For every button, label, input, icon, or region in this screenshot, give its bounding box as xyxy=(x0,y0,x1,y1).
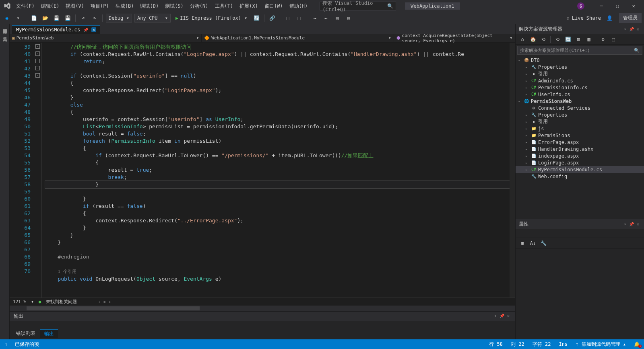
platform-combo[interactable]: Any CPU▾ xyxy=(134,14,171,23)
browser-link-button[interactable]: 🔗 xyxy=(268,14,277,23)
live-share-button[interactable]: ⇪Live Share 👤 xyxy=(567,15,613,21)
bottom-tab[interactable]: 输出 xyxy=(40,329,58,338)
bottom-tab[interactable]: 错误列表 xyxy=(12,329,39,338)
home2-icon[interactable]: 🏠 xyxy=(528,35,537,44)
tree-item[interactable]: ⚙Connected Services xyxy=(516,105,644,111)
comment-button[interactable]: ▤ xyxy=(333,14,342,23)
tree-item[interactable]: ▸🔧Properties xyxy=(516,64,644,70)
menu-帮助(H)[interactable]: 帮助(H) xyxy=(286,1,311,11)
show-all-icon[interactable]: ▦ xyxy=(584,35,593,44)
step-button[interactable]: ⬚ xyxy=(283,14,292,23)
tree-item[interactable]: ▾📦DTO xyxy=(516,57,644,64)
tree-item[interactable]: ▸📄HandlerDrawing.ashx xyxy=(516,146,644,152)
tree-item[interactable]: ▸📄ErrorPage.aspx xyxy=(516,139,644,146)
tree-item[interactable]: 🔧Web.config xyxy=(516,173,644,180)
forward-button[interactable]: ▾ xyxy=(14,14,23,23)
undo-button[interactable]: ↶ xyxy=(79,14,88,23)
pin-icon[interactable]: 📌 xyxy=(83,28,88,32)
open-button[interactable]: 📂 xyxy=(41,14,50,23)
refresh-icon[interactable]: 🔄 xyxy=(564,35,572,44)
tree-item[interactable]: ▸C#MyPermisSionsModule.cs xyxy=(516,166,644,173)
horizontal-scrollbar[interactable] xyxy=(10,306,515,311)
close-button[interactable]: ✕ xyxy=(625,0,642,12)
pin-icon[interactable]: 📌 xyxy=(629,222,634,227)
dropdown-icon[interactable]: ▾ xyxy=(493,313,498,318)
menu-编辑(E)[interactable]: 编辑(E) xyxy=(38,1,63,11)
sync-icon[interactable]: ⟲ xyxy=(539,35,548,44)
home-icon[interactable]: ⌂ xyxy=(518,35,527,44)
nav-class[interactable]: 🔶WebApplication1.MyPermisSionsModule▾ xyxy=(202,34,394,42)
redo-button[interactable]: ↷ xyxy=(90,14,99,23)
notification-badge[interactable]: 6 xyxy=(577,2,584,10)
menu-调试(D)[interactable]: 调试(D) xyxy=(137,1,162,11)
menu-视图(V)[interactable]: 视图(V) xyxy=(62,1,87,11)
source-control-button[interactable]: ↑ 添加到源代码管理 ▴ xyxy=(576,341,626,348)
back-button[interactable]: ◉ xyxy=(2,14,11,23)
collapse-icon[interactable]: ⊟ xyxy=(574,35,583,44)
tree-item[interactable]: ▸🔧Properties xyxy=(516,111,644,118)
categorize-icon[interactable]: ▦ xyxy=(518,239,527,248)
step2-button[interactable]: ⬚ xyxy=(295,14,303,23)
left-gutter: 服务器资源管理器 工具箱 xyxy=(0,24,10,339)
search-input[interactable]: 搜索 Visual Studio (Ctrl+Q) 🔍 xyxy=(320,2,396,10)
user-icon: 👤 xyxy=(607,15,613,21)
pin-icon[interactable]: 📌 xyxy=(629,27,634,32)
nav-project[interactable]: ▣PermisSionsWeb▾ xyxy=(10,34,202,42)
solution-search[interactable]: 搜索解决方案资源管理器(Ctrl+;)🔍 xyxy=(517,46,642,55)
dropdown-icon[interactable]: ▾ xyxy=(622,222,628,227)
tree-item[interactable]: ▸C#UserInfo.cs xyxy=(516,91,644,98)
save-all-button[interactable]: 💾 xyxy=(63,14,72,23)
toolbar: ◉ ▾ 📄 📂 💾 💾 ↶ ↷ Debug▾ Any CPU▾ ▶IIS Exp… xyxy=(0,12,644,24)
file-tab[interactable]: MyPermisSionsModule.cs 📌 ✕ xyxy=(12,25,100,34)
save-status-icon: ▯ xyxy=(4,341,7,347)
indent-button[interactable]: ⇥ xyxy=(310,14,319,23)
tree-item[interactable]: ▸C#AdminInfo.cs xyxy=(516,77,644,84)
alpha-icon[interactable]: A↓ xyxy=(528,239,537,248)
menu-测试(S)[interactable]: 测试(S) xyxy=(162,1,187,11)
close-icon[interactable]: ✕ xyxy=(635,222,641,227)
refresh-button[interactable]: 🔄 xyxy=(252,14,261,23)
menu-分析(N)[interactable]: 分析(N) xyxy=(187,1,212,11)
tree-item[interactable]: ▸C#PermissionInfo.cs xyxy=(516,84,644,91)
tree-item[interactable]: ▸▪引用 xyxy=(516,70,644,77)
close-icon[interactable]: ✕ xyxy=(635,27,641,32)
tab-close-button[interactable]: ✕ xyxy=(91,27,96,32)
tab-row: MyPermisSionsModule.cs 📌 ✕ xyxy=(10,24,515,34)
save-button[interactable]: 💾 xyxy=(52,14,61,23)
code-editor[interactable]: 3940414243444546474849505152535455565758… xyxy=(10,43,515,298)
menu-生成(B)[interactable]: 生成(B) xyxy=(112,1,137,11)
admin-label: 管理员 xyxy=(619,13,642,23)
menu-文件(F)[interactable]: 文件(F) xyxy=(13,1,38,11)
line-label: 行 58 xyxy=(489,341,503,348)
tree-item[interactable]: ▸📁js xyxy=(516,125,644,132)
maximize-button[interactable]: ▢ xyxy=(609,0,625,12)
back-icon[interactable]: ⟲ xyxy=(553,35,562,44)
new-item-button[interactable]: 📄 xyxy=(29,14,38,23)
tree-item[interactable]: ▸📄indexpage.aspx xyxy=(516,152,644,159)
zoom-level[interactable]: 121 % xyxy=(13,299,26,304)
tree-item[interactable]: ▸▪引用 xyxy=(516,118,644,125)
pin-icon[interactable]: 📌 xyxy=(499,313,505,318)
props-icon[interactable]: ⚙ xyxy=(599,35,607,44)
menu-窗口(W)[interactable]: 窗口(W) xyxy=(261,1,286,11)
close-icon[interactable]: ✕ xyxy=(506,313,511,318)
tree-item[interactable]: ▸📄LoginPage.aspx xyxy=(516,159,644,166)
bell-icon[interactable]: 🔔1 xyxy=(634,341,640,347)
menu-项目(P)[interactable]: 项目(P) xyxy=(87,1,112,11)
tree-item[interactable]: ▸📁PermisSions xyxy=(516,132,644,139)
view-code-icon[interactable]: ⬚ xyxy=(609,35,618,44)
run-button[interactable]: ▶IIS Express (Firefox)▾ xyxy=(173,14,250,23)
tree-item[interactable]: ▾🌐PermisSionsWeb xyxy=(516,98,644,105)
outdent-button[interactable]: ⇤ xyxy=(322,14,330,23)
menu-工具(T)[interactable]: 工具(T) xyxy=(212,1,237,11)
minimap[interactable] xyxy=(510,43,515,298)
dropdown-icon[interactable]: ▾ xyxy=(622,27,628,32)
minimize-button[interactable]: ─ xyxy=(593,0,609,12)
wrench-icon[interactable]: 🔧 xyxy=(539,239,548,248)
saved-label: 已保存的项 xyxy=(15,341,39,348)
uncomment-button[interactable]: ▤ xyxy=(344,14,353,23)
output-panel-header: 输出 ▾📌✕ xyxy=(10,312,515,321)
config-combo[interactable]: Debug▾ xyxy=(106,14,132,23)
nav-member[interactable]: ⬢context_AcquireRequestState(object send… xyxy=(394,34,515,42)
menu-扩展(X)[interactable]: 扩展(X) xyxy=(236,1,261,11)
